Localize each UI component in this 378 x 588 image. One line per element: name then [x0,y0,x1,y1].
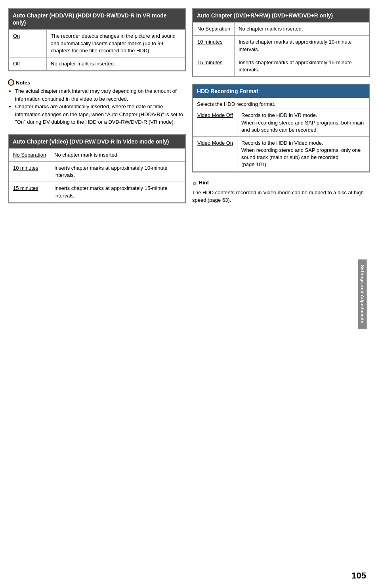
left-column: Auto Chapter (HDD/VR) (HDD/ DVD-RW/DVD-R… [8,8,186,257]
hdd-vr-row1-desc: The recorder detects changes in the pict… [47,30,185,57]
video-row3-desc: Inserts chapter marks at approximately 1… [50,182,185,202]
hdd-vr-row2-desc: No chapter mark is inserted. [47,57,185,70]
section-auto-chapter-video: Auto Chapter (Video) (DVD-RW/ DVD-R in V… [8,134,186,203]
dvd-plus-row2-desc: Inserts chapter marks at approximately 1… [235,36,369,56]
dvd-plus-row3-label: 15 minutes [193,56,235,76]
table-row: 10 minutes Inserts chapter marks at appr… [193,36,369,56]
note-item: Chapter marks are automatically inserted… [15,103,186,126]
table-row: Off No chapter mark is inserted. [9,57,185,70]
hdd-format-row2-desc: Records to the HDD in Video mode. When r… [237,136,369,171]
hint-section: ☼ Hint The HDD contents recorded in Vide… [192,179,370,204]
table-row: Video Mode Off Records to the HDD in VR … [193,109,369,137]
notes-section: ⚡ Notes The actual chapter mark interval… [8,78,186,128]
video-row2-desc: Inserts chapter marks at approximately 1… [50,162,185,182]
section-hdd-recording-format: HDD Recording Format Selects the HDD rec… [192,84,370,172]
table-row: 10 minutes Inserts chapter marks at appr… [9,162,185,182]
hdd-format-row1-label: Video Mode Off [193,109,237,137]
hdd-vr-row1-label: On [9,30,47,57]
dvd-plus-row3-desc: Inserts chapter marks at approximately 1… [235,56,369,76]
hdd-format-table: Video Mode Off Records to the HDD in VR … [193,109,369,171]
section-auto-chapter-dvd-plus-title: Auto Chapter (DVD+R/+RW) (DVD+RW/DVD+R o… [193,9,369,22]
notes-icon: ⚡ [8,79,14,86]
table-row: No Separation No chapter mark is inserte… [9,148,185,161]
dvd-plus-row1-label: No Separation [193,23,235,36]
dvd-plus-table: No Separation No chapter mark is inserte… [193,22,369,77]
section-hdd-recording-format-title: HDD Recording Format [193,84,369,98]
hdd-vr-row2-label: Off [9,57,47,70]
section-auto-chapter-video-title: Auto Chapter (Video) (DVD-RW/ DVD-R in V… [9,135,185,148]
table-row: 15 minutes Inserts chapter marks at appr… [9,182,185,202]
side-tab: Settings and Adjustments [358,259,367,329]
video-row1-desc: No chapter mark is inserted. [50,148,185,161]
hdd-vr-table: On The recorder detects changes in the p… [9,29,185,71]
video-mode-table: No Separation No chapter mark is inserte… [9,148,185,203]
bottom-left-spacer [8,210,186,257]
table-row: 15 minutes Inserts chapter marks at appr… [193,56,369,76]
hdd-format-intro: Selects the HDD recording format. [193,98,369,109]
video-row1-label: No Separation [9,148,50,161]
section-auto-chapter-dvd-plus: Auto Chapter (DVD+R/+RW) (DVD+RW/DVD+R o… [192,8,370,77]
hint-text: The HDD contents recorded in Video mode … [192,189,370,204]
hdd-format-row2-label: Video Mode On [193,136,237,171]
notes-list: The actual chapter mark interval may var… [8,87,186,126]
dvd-plus-row1-desc: No chapter mark is inserted. [235,23,369,36]
section-auto-chapter-hdd-vr-title: Auto Chapter (HDD/VR) (HDD/ DVD-RW/DVD-R… [9,9,185,29]
hint-title: ☼ Hint [192,179,370,187]
right-column: Auto Chapter (DVD+R/+RW) (DVD+RW/DVD+R o… [192,8,370,204]
dvd-plus-row2-label: 10 minutes [193,36,235,56]
notes-title: ⚡ Notes [8,79,186,86]
page-number: 105 [351,571,366,581]
table-row: Video Mode On Records to the HDD in Vide… [193,136,369,171]
note-item: The actual chapter mark interval may var… [15,87,186,103]
hdd-format-row1-desc: Records to the HDD in VR mode. When reco… [237,109,369,137]
video-row3-label: 15 minutes [9,182,50,202]
hint-icon: ☼ [192,179,197,187]
table-row: No Separation No chapter mark is inserte… [193,23,369,36]
section-auto-chapter-hdd-vr: Auto Chapter (HDD/VR) (HDD/ DVD-RW/DVD-R… [8,8,186,71]
table-row: On The recorder detects changes in the p… [9,30,185,57]
video-row2-label: 10 minutes [9,162,50,182]
